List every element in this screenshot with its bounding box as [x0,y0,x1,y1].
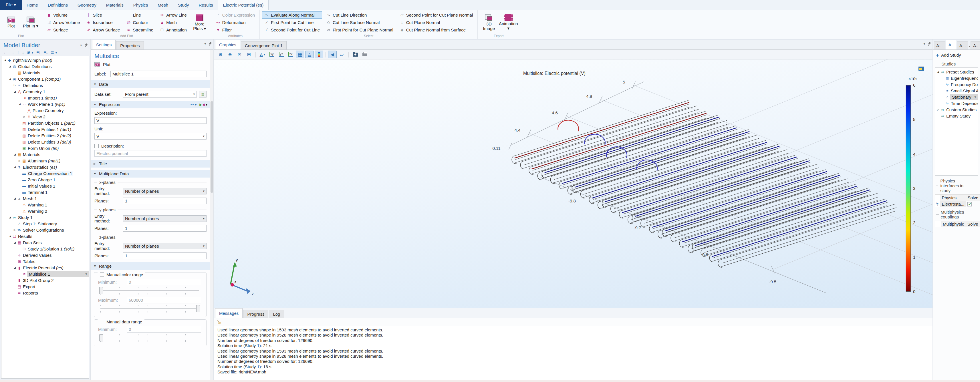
ribbon-tab-definitions[interactable]: Definitions [43,0,73,10]
view-yz-button[interactable]: yz [277,51,285,58]
tree-item[interactable]: ▷▦Aluminum (mat1) [2,157,89,164]
study-tree-item[interactable]: ∿Time Dependent [935,100,978,106]
zoom-box-button[interactable]: ⊡ [235,51,244,58]
panel-tab-1[interactable]: A.. [946,40,956,49]
color-max-slider[interactable] [99,305,200,314]
y-planes-entry-method-select[interactable]: Number of planes [123,215,207,222]
animation-button[interactable]: Animation ▾ [500,14,517,31]
tree-item[interactable]: ≋Multislice 1 [2,271,89,277]
ribbon-tab-geometry[interactable]: Geometry [73,0,101,10]
tree-item[interactable]: ⋀Plane Geometry [2,107,89,114]
unit-select[interactable]: V [94,133,207,139]
tree-item[interactable]: ≑Derived Values [2,252,89,258]
tree-item[interactable]: ▥Delete Entities 2 (del2) [2,132,89,139]
z-planes-planes-input[interactable] [123,252,207,259]
add-plot-isosurface[interactable]: ◈Isosurface [84,19,122,26]
study-tree-item[interactable]: ∕Stationary [935,94,978,100]
panel-tab-0[interactable]: A... [934,41,945,49]
snapshot-button[interactable] [351,51,360,58]
select-cut-line-direction[interactable]: ↘Cut Line Direction [324,11,396,19]
panel-menu-icon[interactable]: ▾ [80,43,82,47]
add-plot-arrow-surface[interactable]: ⇗Arrow Surface [84,26,122,33]
tab-graphics[interactable]: Graphics [215,40,240,49]
settings-scrollbar[interactable] [210,50,213,380]
attribute-deformation[interactable]: ↝Deformation [213,19,257,26]
solve-checkbox[interactable]: ✓ [967,202,972,206]
tree-item[interactable]: ▣Form Union (fin) [2,145,89,151]
tree-item[interactable]: ▷≡Definitions [2,82,89,88]
select-evaluate-along-normal[interactable]: ↖Evaluate Along Normal [262,11,322,19]
expression-input[interactable] [94,117,207,124]
tree-item[interactable]: ◢∞Study 1 [2,214,89,220]
show-options-icon[interactable]: ◉ ▾ [27,50,33,55]
tree-item[interactable]: ◢▣Component 1 (comp1) [2,76,89,82]
move-down-icon[interactable]: ↓ [22,50,24,55]
dataset-select[interactable]: From parent [123,91,197,98]
plot-button[interactable]: Plot [2,16,20,29]
select-first-point-for-cut-plane-normal[interactable]: ▱First Point for Cut Plane Normal [324,26,396,33]
pin-icon[interactable] [83,43,88,48]
collapse-all-icon[interactable]: ≡↑ [36,50,41,55]
study-tree-item[interactable]: ▥Eigenfrequency [935,75,978,81]
evaluate-icon[interactable]: ▶◀ ▾ [199,103,207,107]
tree-item[interactable]: ▷⌗View 2 [2,114,89,120]
section-multiplane-data[interactable]: ▼Multiplane Data [91,170,210,178]
study-tree-item[interactable]: ≈Small-Signal Analysis [935,87,978,94]
zoom-out-button[interactable]: ⊖ [226,51,234,58]
study-tree-item[interactable]: ◢∞Preset Studies [935,69,978,75]
add-plot-line[interactable]: ─Line [124,11,156,19]
pin-icon[interactable] [926,41,931,47]
panel-tab-2[interactable]: A... [957,41,969,49]
tree-item[interactable]: ◢◍Global Definitions [2,63,89,70]
panel-tab-3[interactable]: A... [970,41,980,49]
tree-item[interactable]: ▬Initial Values 1 [2,183,89,189]
add-plot-annotation[interactable]: ⊡Annotation [158,26,189,33]
tree-item[interactable]: ⚠Warning 1 [2,201,89,208]
select-cut-line-surface-normal[interactable]: ◇Cut Line Surface Normal [324,19,396,26]
description-checkbox[interactable] [94,144,99,148]
plot-in-button[interactable]: Plot In ▾ [22,16,40,29]
panel-menu-icon[interactable]: ▾ [923,42,925,46]
tree-item[interactable]: ⊞Study 1/Solution 1 (sol1) [2,246,89,252]
graphics-canvas[interactable]: 54.84.64.40.11-9.8-9.7-9.6-9.5 Multislic… [214,59,932,308]
ribbon-tab-mesh[interactable]: Mesh [153,0,173,10]
x-planes-entry-method-select[interactable]: Number of planes [123,188,207,195]
print-button[interactable] [360,51,369,58]
settings-plot-button[interactable]: Plot [103,62,110,67]
tree-item[interactable]: ▦Materials [2,70,89,76]
back-icon[interactable]: ← [3,50,8,55]
tree-item[interactable]: ◢⋀Geometry 1 [2,88,89,95]
tree-item[interactable]: ▤Partition Objects 1 (par1) [2,120,89,126]
tree-item[interactable]: ◢▲Mesh 1 [2,195,89,201]
tree-item[interactable]: ⊞Tables [2,258,89,265]
tree-item[interactable]: ▥Delete Entities 3 (del3) [2,139,89,145]
tree-item[interactable]: ◢❏Results [2,233,89,239]
clear-messages-icon[interactable] [216,319,222,325]
attribute-filter[interactable]: ▼Filter [213,26,257,33]
tree-item[interactable]: ▬Zero Charge 1 [2,176,89,183]
node-order-icon[interactable]: ≣ ▾ [51,50,57,55]
y-planes-planes-input[interactable] [123,225,207,231]
data-min-input[interactable] [127,326,201,333]
show-grid-button[interactable]: ▦ [296,51,304,58]
ribbon-tab-home[interactable]: Home [22,0,43,10]
show-axis-orientation-button[interactable]: ◬ [305,51,314,58]
expand-all-icon[interactable]: ≡↓ [43,50,48,55]
tree-item[interactable]: ≣Reports [2,290,89,296]
tree-item[interactable]: ▥Delete Entities 1 (del1) [2,126,89,132]
go-to-source-button[interactable]: ≣ [199,90,207,98]
color-min-slider[interactable] [99,287,200,296]
view-zx-button[interactable]: zx [286,51,295,58]
add-plot-arrow-line[interactable]: ⇒Arrow Line [158,11,189,19]
z-planes-entry-method-select[interactable]: Number of planes [123,243,207,249]
add-study-header[interactable]: + Add Study [933,50,980,59]
select-cut-plane-normal-from-surface[interactable]: ◈Cut Plane Normal from Surface [397,26,475,33]
ribbon-tab-physics[interactable]: Physics [129,0,153,10]
x-planes-planes-input[interactable] [123,198,207,204]
tab-log[interactable]: Log [269,310,284,318]
tree-item[interactable]: ◢▱Work Plane 1 (wp1) [2,101,89,107]
tree-item[interactable]: ◢▦Materials [2,151,89,157]
study-tree-item[interactable]: ∿Frequency Domain [935,81,978,87]
ribbon-tab-results[interactable]: Results [194,0,218,10]
tab-messages[interactable]: Messages [215,308,243,318]
